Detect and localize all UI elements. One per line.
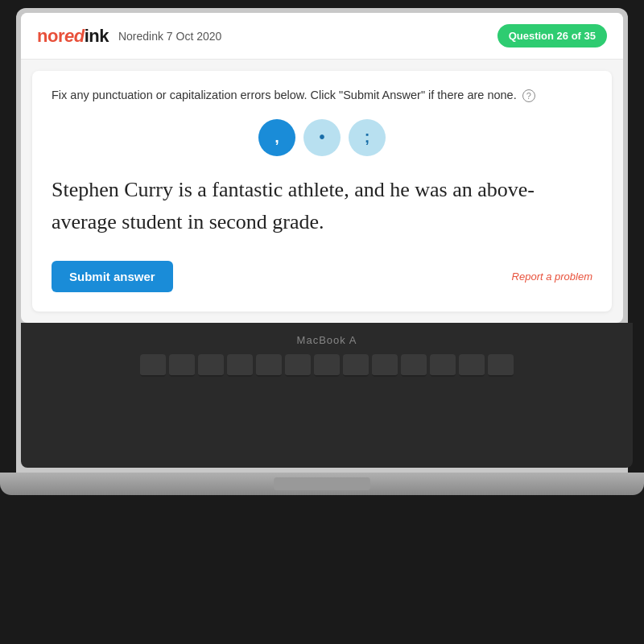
screen: noredink Noredink 7 Oct 2020 Question 26… (21, 13, 623, 323)
key-f5[interactable] (285, 354, 311, 377)
key-f7[interactable] (343, 354, 369, 377)
keyboard-row-1 (140, 354, 514, 377)
submit-answer-button[interactable]: Submit answer (52, 261, 173, 292)
question-badge: Question 26 of 35 (497, 24, 607, 47)
bottom-row: Submit answer Report a problem (52, 261, 592, 292)
screen-wrapper: noredink Noredink 7 Oct 2020 Question 26… (16, 8, 628, 473)
key-f3[interactable] (227, 354, 253, 377)
report-problem-link[interactable]: Report a problem (512, 270, 592, 283)
key-f11[interactable] (459, 354, 485, 377)
help-icon[interactable]: ? (522, 89, 535, 102)
key-f9[interactable] (401, 354, 427, 377)
key-esc[interactable] (140, 354, 166, 377)
key-f6[interactable] (314, 354, 340, 377)
key-f10[interactable] (430, 354, 456, 377)
key-f1[interactable] (169, 354, 195, 377)
macbook-label: MacBook A (297, 334, 357, 346)
trackpad[interactable] (274, 477, 370, 490)
key-f2[interactable] (198, 354, 224, 377)
logo-ed-part: ed (64, 26, 85, 46)
logo-nor-part: nor (37, 26, 64, 46)
logo: noredink (37, 26, 109, 47)
assignment-title: Noredink 7 Oct 2020 (118, 30, 221, 43)
dot-symbol-btn[interactable]: • (303, 119, 341, 156)
comma-symbol-btn[interactable]: , (258, 119, 295, 156)
laptop-base (0, 473, 644, 495)
main-content: Fix any punctuation or capitalization er… (32, 71, 612, 312)
symbols-row: , • ; (52, 119, 592, 156)
semicolon-symbol-btn[interactable]: ; (349, 119, 386, 156)
header: noredink Noredink 7 Oct 2020 Question 26… (21, 13, 623, 60)
sentence-text: Stephen Curry is a fantastic athlete, an… (52, 174, 592, 239)
key-f8[interactable] (372, 354, 398, 377)
keyboard-area: MacBook A (21, 323, 633, 468)
logo-ink-part: ink (85, 26, 109, 46)
instructions-text: Fix any punctuation or capitalization er… (52, 87, 592, 105)
key-f4[interactable] (256, 354, 282, 377)
key-f12[interactable] (488, 354, 514, 377)
